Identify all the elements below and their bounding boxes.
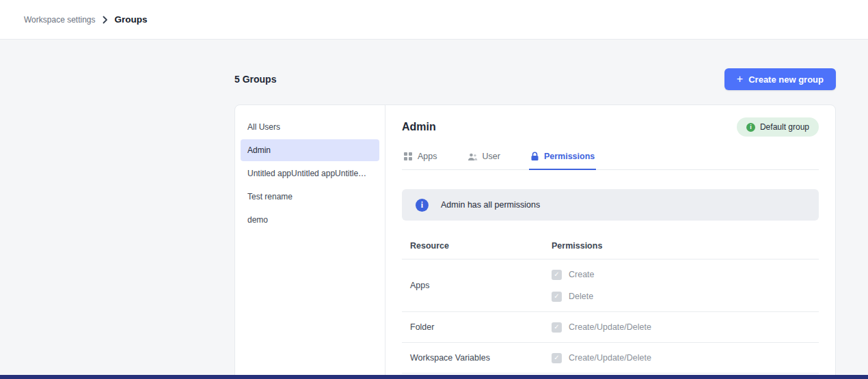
- table-row: Workspace Variables ✓ Create/Update/Dele…: [402, 343, 819, 374]
- checkbox-apps-delete[interactable]: ✓: [552, 292, 562, 302]
- permissions-info-banner: i Admin has all permissions: [402, 189, 819, 221]
- breadcrumb: Workspace settings Groups: [24, 14, 148, 25]
- permission-cells: ✓ Create ✓ Delete: [552, 268, 595, 303]
- plus-icon: +: [737, 74, 743, 85]
- header-resource: Resource: [410, 241, 552, 251]
- breadcrumb-groups: Groups: [115, 14, 148, 25]
- group-item-label: Admin: [247, 145, 271, 155]
- group-item-admin[interactable]: Admin: [241, 139, 379, 161]
- badge-info-icon: i: [746, 123, 755, 132]
- tab-permissions[interactable]: Permissions: [529, 149, 596, 170]
- table-row: Apps ✓ Create ✓ Delete: [402, 259, 819, 312]
- grid-icon: [403, 152, 413, 161]
- tab-user-label: User: [483, 152, 500, 161]
- bottom-strip: [0, 375, 868, 379]
- top-bar: Workspace settings Groups: [0, 0, 868, 40]
- group-list: All Users Admin Untitled appUntitled app…: [235, 105, 385, 379]
- groups-card: All Users Admin Untitled appUntitled app…: [234, 104, 836, 379]
- permission-cells: ✓ Create/Update/Delete: [552, 351, 651, 365]
- group-item-label: All Users: [247, 122, 280, 132]
- header-permissions: Permissions: [552, 241, 602, 251]
- permission-label: Create/Update/Delete: [569, 353, 651, 363]
- checkbox-apps-create[interactable]: ✓: [552, 270, 562, 280]
- group-item-label: demo: [247, 215, 268, 225]
- permission-label: Delete: [569, 292, 593, 301]
- table-header-row: Resource Permissions: [402, 236, 819, 259]
- permission-line: ✓ Create/Update/Delete: [552, 320, 651, 334]
- checkbox-workspace-variables-cud[interactable]: ✓: [552, 353, 562, 363]
- permission-line: ✓ Create: [552, 268, 595, 281]
- banner-text: Admin has all permissions: [441, 200, 540, 210]
- permission-label: Create/Update/Delete: [569, 322, 651, 332]
- chevron-right-icon: [103, 16, 108, 24]
- lock-icon: [530, 152, 539, 161]
- group-item-all-users[interactable]: All Users: [241, 116, 379, 138]
- groups-count-label: 5 Groups: [234, 74, 276, 85]
- resource-label: Folder: [410, 322, 552, 332]
- groups-page: 5 Groups + Create new group All Users Ad…: [234, 68, 836, 379]
- permissions-table: Resource Permissions Apps ✓ Create ✓ Del…: [402, 236, 819, 374]
- group-item-demo[interactable]: demo: [241, 209, 379, 231]
- info-icon: i: [416, 199, 429, 212]
- tab-user[interactable]: User: [466, 149, 502, 170]
- permission-label: Create: [569, 270, 595, 279]
- default-group-badge: i Default group: [737, 117, 819, 137]
- permission-line: ✓ Delete: [552, 290, 595, 303]
- detail-tabs: Apps User: [402, 149, 819, 170]
- users-icon: [467, 152, 478, 161]
- table-row: Folder ✓ Create/Update/Delete: [402, 312, 819, 343]
- group-detail-panel: Admin i Default group: [385, 105, 835, 379]
- tab-apps-label: Apps: [418, 152, 437, 161]
- detail-head: Admin i Default group: [402, 117, 819, 137]
- group-item-label: Test rename: [247, 192, 293, 201]
- resource-label: Workspace Variables: [410, 353, 552, 363]
- group-item-test-rename[interactable]: Test rename: [241, 186, 379, 208]
- group-item-label: Untitled appUntitled appUntitle…: [247, 169, 366, 178]
- group-item-untitled-app[interactable]: Untitled appUntitled appUntitle…: [241, 163, 379, 184]
- create-new-group-label: Create new group: [748, 74, 824, 85]
- breadcrumb-workspace-settings[interactable]: Workspace settings: [24, 15, 96, 25]
- tab-apps[interactable]: Apps: [402, 149, 439, 170]
- badge-label: Default group: [760, 122, 809, 132]
- group-title: Admin: [402, 121, 436, 133]
- tab-permissions-label: Permissions: [544, 152, 595, 161]
- permission-line: ✓ Create/Update/Delete: [552, 351, 651, 365]
- checkbox-folder-cud[interactable]: ✓: [552, 322, 562, 333]
- page-head: 5 Groups + Create new group: [234, 68, 836, 90]
- create-new-group-button[interactable]: + Create new group: [724, 68, 836, 90]
- resource-label: Apps: [410, 281, 552, 290]
- permission-cells: ✓ Create/Update/Delete: [552, 320, 651, 334]
